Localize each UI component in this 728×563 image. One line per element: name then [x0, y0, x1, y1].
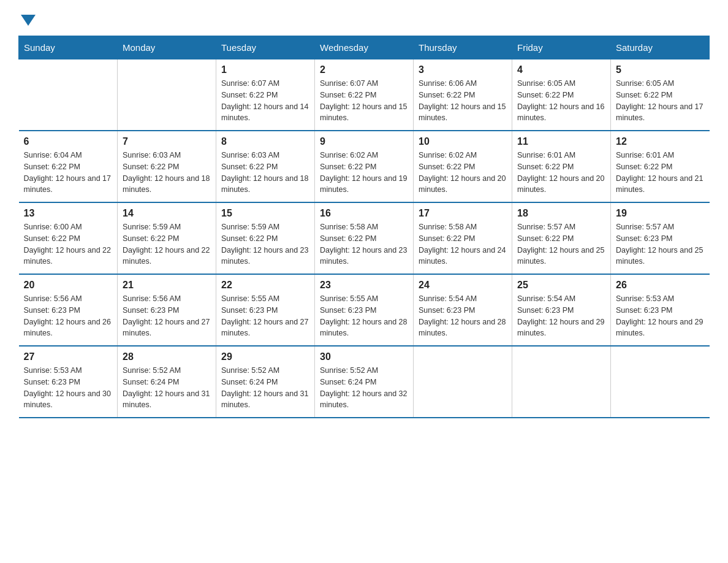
day-info: Sunrise: 5:59 AMSunset: 6:22 PMDaylight:…	[221, 221, 309, 267]
calendar-cell: 13Sunrise: 6:00 AMSunset: 6:22 PMDayligh…	[19, 202, 118, 274]
calendar-week-row: 20Sunrise: 5:56 AMSunset: 6:23 PMDayligh…	[19, 274, 710, 346]
calendar-cell: 27Sunrise: 5:53 AMSunset: 6:23 PMDayligh…	[19, 346, 118, 418]
calendar-week-row: 6Sunrise: 6:04 AMSunset: 6:22 PMDaylight…	[19, 131, 710, 202]
day-info: Sunrise: 5:54 AMSunset: 6:23 PMDaylight:…	[517, 293, 605, 339]
day-info: Sunrise: 6:03 AMSunset: 6:22 PMDaylight:…	[221, 150, 309, 196]
calendar-cell: 19Sunrise: 5:57 AMSunset: 6:23 PMDayligh…	[611, 202, 710, 274]
day-info: Sunrise: 5:53 AMSunset: 6:23 PMDaylight:…	[616, 293, 705, 339]
day-number: 16	[320, 208, 408, 219]
day-info: Sunrise: 5:57 AMSunset: 6:22 PMDaylight:…	[517, 221, 605, 267]
calendar-cell: 4Sunrise: 6:05 AMSunset: 6:22 PMDaylight…	[512, 59, 611, 131]
day-number: 26	[616, 280, 705, 291]
day-info: Sunrise: 5:56 AMSunset: 6:23 PMDaylight:…	[123, 293, 211, 339]
weekday-header-wednesday: Wednesday	[315, 36, 414, 59]
calendar-header: SundayMondayTuesdayWednesdayThursdayFrid…	[19, 36, 710, 59]
day-number: 19	[616, 208, 705, 219]
day-info: Sunrise: 6:06 AMSunset: 6:22 PMDaylight:…	[419, 78, 507, 124]
day-number: 4	[517, 64, 605, 75]
day-number: 18	[517, 208, 605, 219]
calendar-cell: 7Sunrise: 6:03 AMSunset: 6:22 PMDaylight…	[118, 131, 216, 202]
weekday-header-sunday: Sunday	[19, 36, 118, 59]
day-info: Sunrise: 5:52 AMSunset: 6:24 PMDaylight:…	[221, 365, 309, 411]
day-number: 11	[517, 136, 605, 147]
day-number: 24	[419, 280, 507, 291]
calendar-cell: 12Sunrise: 6:01 AMSunset: 6:22 PMDayligh…	[611, 131, 710, 202]
day-number: 23	[320, 280, 408, 291]
day-info: Sunrise: 6:07 AMSunset: 6:22 PMDaylight:…	[320, 78, 408, 124]
weekday-header-friday: Friday	[512, 36, 611, 59]
calendar-cell: 16Sunrise: 5:58 AMSunset: 6:22 PMDayligh…	[315, 202, 414, 274]
calendar-cell: 29Sunrise: 5:52 AMSunset: 6:24 PMDayligh…	[216, 346, 315, 418]
calendar-table: SundayMondayTuesdayWednesdayThursdayFrid…	[18, 36, 710, 418]
day-number: 7	[123, 136, 211, 147]
calendar-cell: 18Sunrise: 5:57 AMSunset: 6:22 PMDayligh…	[512, 202, 611, 274]
calendar-cell: 2Sunrise: 6:07 AMSunset: 6:22 PMDaylight…	[315, 59, 414, 131]
calendar-cell: 10Sunrise: 6:02 AMSunset: 6:22 PMDayligh…	[414, 131, 512, 202]
calendar-week-row: 1Sunrise: 6:07 AMSunset: 6:22 PMDaylight…	[19, 59, 710, 131]
day-number: 28	[123, 351, 211, 362]
calendar-cell: 14Sunrise: 5:59 AMSunset: 6:22 PMDayligh…	[118, 202, 216, 274]
calendar-cell	[118, 59, 216, 131]
day-info: Sunrise: 6:01 AMSunset: 6:22 PMDaylight:…	[517, 150, 605, 196]
day-info: Sunrise: 5:53 AMSunset: 6:23 PMDaylight:…	[24, 365, 113, 411]
day-info: Sunrise: 5:58 AMSunset: 6:22 PMDaylight:…	[320, 221, 408, 267]
day-number: 3	[419, 64, 507, 75]
page-header	[18, 12, 710, 25]
day-number: 8	[221, 136, 309, 147]
day-number: 22	[221, 280, 309, 291]
calendar-cell: 21Sunrise: 5:56 AMSunset: 6:23 PMDayligh…	[118, 274, 216, 346]
day-info: Sunrise: 5:56 AMSunset: 6:23 PMDaylight:…	[24, 293, 113, 339]
day-info: Sunrise: 5:55 AMSunset: 6:23 PMDaylight:…	[221, 293, 309, 339]
day-info: Sunrise: 6:07 AMSunset: 6:22 PMDaylight:…	[221, 78, 309, 124]
day-number: 29	[221, 351, 309, 362]
day-info: Sunrise: 5:52 AMSunset: 6:24 PMDaylight:…	[320, 365, 408, 411]
weekday-header-saturday: Saturday	[611, 36, 710, 59]
calendar-cell: 28Sunrise: 5:52 AMSunset: 6:24 PMDayligh…	[118, 346, 216, 418]
calendar-cell: 30Sunrise: 5:52 AMSunset: 6:24 PMDayligh…	[315, 346, 414, 418]
day-info: Sunrise: 6:02 AMSunset: 6:22 PMDaylight:…	[419, 150, 507, 196]
day-info: Sunrise: 5:54 AMSunset: 6:23 PMDaylight:…	[419, 293, 507, 339]
weekday-header-row: SundayMondayTuesdayWednesdayThursdayFrid…	[19, 36, 710, 59]
day-number: 25	[517, 280, 605, 291]
calendar-cell	[611, 346, 710, 418]
day-number: 6	[24, 136, 113, 147]
calendar-cell: 5Sunrise: 6:05 AMSunset: 6:22 PMDaylight…	[611, 59, 710, 131]
calendar-cell: 6Sunrise: 6:04 AMSunset: 6:22 PMDaylight…	[19, 131, 118, 202]
calendar-cell: 25Sunrise: 5:54 AMSunset: 6:23 PMDayligh…	[512, 274, 611, 346]
day-number: 20	[24, 280, 113, 291]
day-number: 9	[320, 136, 408, 147]
calendar-cell: 8Sunrise: 6:03 AMSunset: 6:22 PMDaylight…	[216, 131, 315, 202]
calendar-cell: 22Sunrise: 5:55 AMSunset: 6:23 PMDayligh…	[216, 274, 315, 346]
logo	[18, 12, 36, 25]
day-number: 27	[24, 351, 113, 362]
day-info: Sunrise: 6:01 AMSunset: 6:22 PMDaylight:…	[616, 150, 705, 196]
day-info: Sunrise: 6:03 AMSunset: 6:22 PMDaylight:…	[123, 150, 211, 196]
calendar-cell: 26Sunrise: 5:53 AMSunset: 6:23 PMDayligh…	[611, 274, 710, 346]
calendar-cell: 3Sunrise: 6:06 AMSunset: 6:22 PMDaylight…	[414, 59, 512, 131]
day-info: Sunrise: 6:02 AMSunset: 6:22 PMDaylight:…	[320, 150, 408, 196]
day-number: 2	[320, 64, 408, 75]
calendar-cell: 9Sunrise: 6:02 AMSunset: 6:22 PMDaylight…	[315, 131, 414, 202]
calendar-cell: 23Sunrise: 5:55 AMSunset: 6:23 PMDayligh…	[315, 274, 414, 346]
weekday-header-thursday: Thursday	[414, 36, 512, 59]
weekday-header-monday: Monday	[118, 36, 216, 59]
day-info: Sunrise: 5:59 AMSunset: 6:22 PMDaylight:…	[123, 221, 211, 267]
day-number: 5	[616, 64, 705, 75]
day-info: Sunrise: 5:57 AMSunset: 6:23 PMDaylight:…	[616, 221, 705, 267]
calendar-week-row: 27Sunrise: 5:53 AMSunset: 6:23 PMDayligh…	[19, 346, 710, 418]
calendar-week-row: 13Sunrise: 6:00 AMSunset: 6:22 PMDayligh…	[19, 202, 710, 274]
day-info: Sunrise: 6:04 AMSunset: 6:22 PMDaylight:…	[24, 150, 113, 196]
calendar-cell: 11Sunrise: 6:01 AMSunset: 6:22 PMDayligh…	[512, 131, 611, 202]
calendar-cell	[19, 59, 118, 131]
day-number: 12	[616, 136, 705, 147]
weekday-header-tuesday: Tuesday	[216, 36, 315, 59]
day-number: 30	[320, 351, 408, 362]
day-info: Sunrise: 6:05 AMSunset: 6:22 PMDaylight:…	[517, 78, 605, 124]
calendar-cell: 20Sunrise: 5:56 AMSunset: 6:23 PMDayligh…	[19, 274, 118, 346]
day-number: 15	[221, 208, 309, 219]
day-number: 1	[221, 64, 309, 75]
day-info: Sunrise: 6:05 AMSunset: 6:22 PMDaylight:…	[616, 78, 705, 124]
logo-arrow-icon	[21, 15, 36, 26]
calendar-cell: 24Sunrise: 5:54 AMSunset: 6:23 PMDayligh…	[414, 274, 512, 346]
day-info: Sunrise: 5:52 AMSunset: 6:24 PMDaylight:…	[123, 365, 211, 411]
